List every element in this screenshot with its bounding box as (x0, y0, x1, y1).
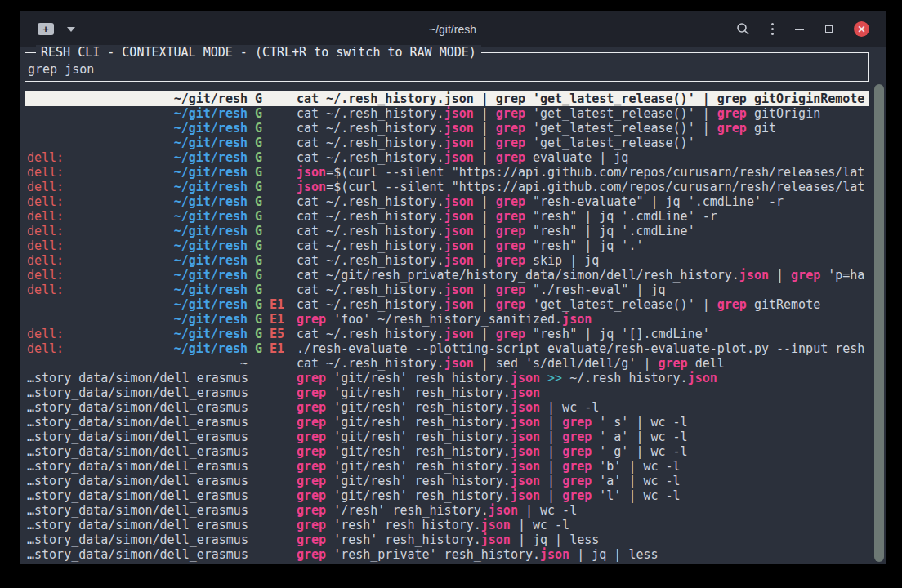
host-cell: dell: (27, 253, 64, 268)
flags-cell (248, 518, 297, 532)
path-cell: ~/git/resh (174, 283, 248, 297)
restore-button[interactable] (825, 25, 833, 33)
command-cell: grep 'git/resh' resh_history.json | grep… (297, 415, 869, 430)
command-cell: cat ~/git/resh_private/history_data/simo… (297, 268, 869, 283)
host-cell: dell: (27, 194, 64, 209)
history-row[interactable]: ~/git/resh G E1cat ~/.resh_history.json … (25, 297, 869, 312)
history-row[interactable]: …story_data/simon/dell_erasmusgrep 'git/… (25, 415, 869, 430)
command-cell: cat ~/.resh_history.json | grep "resh" |… (297, 224, 869, 238)
command-cell: grep 'git/resh' resh_history.json (297, 385, 869, 400)
history-row[interactable]: dell:~/git/resh G E1./resh-evaluate --pl… (25, 341, 869, 356)
flags-cell: G (248, 194, 297, 209)
flags-cell: G (248, 224, 297, 238)
mode-header: RESH CLI - CONTEXTUAL MODE - (CTRL+R to … (36, 45, 481, 60)
path-cell: ~/git/resh (174, 253, 248, 268)
search-icon[interactable] (736, 22, 750, 36)
screen: + ~/git/resh ✕ RESH CLI - CONTEXTUAL (0, 0, 902, 588)
new-tab-icon[interactable]: + (38, 23, 54, 35)
history-row[interactable]: ~/git/resh Gcat ~/.resh_history.json | g… (25, 121, 869, 136)
history-row[interactable]: …story_data/simon/dell_erasmusgrep 'git/… (25, 488, 869, 503)
path-cell: ~/git/resh (174, 224, 248, 238)
command-cell: grep 'git/resh' resh_history.json | grep… (297, 474, 869, 488)
flags-cell (248, 488, 297, 503)
command-cell: grep 'resh' resh_history.json | wc -l (297, 518, 869, 532)
path-cell: ~/git/resh (174, 136, 248, 150)
history-row[interactable]: dell:~/git/resh G E5cat ~/.resh_history.… (25, 327, 869, 341)
history-row[interactable]: dell:~/git/resh Gcat ~/.resh_history.jso… (25, 224, 869, 238)
command-cell: cat ~/.resh_history.json | grep 'get_lat… (297, 121, 869, 136)
flags-cell (248, 356, 297, 371)
history-row[interactable]: …story_data/simon/dell_erasmusgrep 'git/… (25, 459, 869, 474)
history-row[interactable]: ~cat ~/.resh_history.json | sed 's/dell/… (25, 356, 869, 371)
history-row[interactable]: …story_data/simon/dell_erasmusgrep 'git/… (25, 474, 869, 488)
flags-cell: G E1 (248, 312, 297, 327)
flags-cell: G (248, 283, 297, 297)
path-cell: ~/git/resh (174, 180, 248, 194)
flags-cell: G (248, 180, 297, 194)
flags-cell: G (248, 136, 297, 150)
history-row[interactable]: …story_data/simon/dell_erasmusgrep 'git/… (25, 371, 869, 385)
path-cell: ~/git/resh (174, 194, 248, 209)
menu-icon[interactable] (771, 23, 774, 35)
flags-cell (248, 474, 297, 488)
history-row[interactable]: dell:~/git/resh Gcat ~/.resh_history.jso… (25, 150, 869, 165)
history-row[interactable]: dell:~/git/resh Gcat ~/.resh_history.jso… (25, 194, 869, 209)
path-cell: ~/git/resh (174, 165, 248, 180)
history-row[interactable]: …story_data/simon/dell_erasmusgrep 'resh… (25, 532, 869, 547)
flags-cell: G E5 (248, 327, 297, 341)
path-cell: …story_data/simon/dell_erasmus (27, 430, 248, 444)
flags-cell (248, 415, 297, 430)
history-row[interactable]: dell:~/git/resh Gcat ~/.resh_history.jso… (25, 253, 869, 268)
history-row[interactable]: dell:~/git/resh Gcat ~/git/resh_private/… (25, 268, 869, 283)
history-row[interactable]: dell:~/git/resh Gjson=$(curl --silent "h… (25, 180, 869, 194)
history-row[interactable]: ~/git/resh Gcat ~/.resh_history.json | g… (25, 106, 869, 121)
host-cell: dell: (27, 238, 64, 253)
history-row[interactable]: …story_data/simon/dell_erasmusgrep 'git/… (25, 430, 869, 444)
path-cell: …story_data/simon/dell_erasmus (27, 459, 248, 474)
query-input[interactable]: grep json (28, 62, 94, 77)
history-row[interactable]: …story_data/simon/dell_erasmusgrep 'git/… (25, 385, 869, 400)
path-cell: …story_data/simon/dell_erasmus (27, 400, 248, 415)
path-cell: ~/git/resh (174, 121, 248, 136)
host-cell: dell: (27, 165, 64, 180)
history-row[interactable]: dell:~/git/resh Gjson=$(curl --silent "h… (25, 165, 869, 180)
window-title: ~/git/resh (429, 23, 476, 36)
history-row[interactable]: dell:~/git/resh Gcat ~/.resh_history.jso… (25, 209, 869, 224)
history-row[interactable]: ~/git/resh Gcat ~/.resh_history.json | g… (25, 136, 869, 150)
path-cell: ~/git/resh (174, 209, 248, 224)
history-row[interactable]: …story_data/simon/dell_erasmusgrep 'resh… (25, 518, 869, 532)
path-cell: …story_data/simon/dell_erasmus (27, 532, 248, 547)
flags-cell (248, 547, 297, 562)
path-cell: …story_data/simon/dell_erasmus (27, 474, 248, 488)
chevron-down-icon[interactable] (67, 27, 75, 32)
path-cell: …story_data/simon/dell_erasmus (27, 371, 248, 385)
history-row[interactable]: …story_data/simon/dell_erasmusgrep 'git/… (25, 444, 869, 459)
history-row[interactable]: …story_data/simon/dell_erasmusgrep 'resh… (25, 547, 869, 562)
path-cell: ~/git/resh (174, 268, 248, 283)
host-cell: dell: (27, 224, 64, 238)
command-cell: cat ~/.resh_history.json | grep "resh" |… (297, 238, 869, 253)
command-cell: cat ~/.resh_history.json | grep 'get_lat… (297, 91, 869, 106)
terminal-window: + ~/git/resh ✕ RESH CLI - CONTEXTUAL (20, 11, 886, 564)
flags-cell: G (248, 121, 297, 136)
history-row[interactable]: dell:~/git/resh Gcat ~/.resh_history.jso… (25, 238, 869, 253)
path-cell: ~/git/resh (174, 150, 248, 165)
close-button[interactable]: ✕ (854, 21, 869, 37)
minimize-button[interactable] (795, 29, 804, 30)
host-cell: dell: (27, 283, 64, 297)
query-box: RESH CLI - CONTEXTUAL MODE - (CTRL+R to … (25, 52, 869, 82)
history-row[interactable]: ~/git/resh Gcat ~/.resh_history.json | g… (25, 91, 869, 106)
command-cell: cat ~/.resh_history.json | grep "resh" |… (297, 209, 869, 224)
flags-cell: G (248, 106, 297, 121)
path-cell: ~/git/resh (174, 297, 248, 312)
scrollbar-thumb[interactable] (874, 84, 884, 562)
history-row[interactable]: ~/git/resh G E1grep 'foo' ~/resh_history… (25, 312, 869, 327)
history-row[interactable]: dell:~/git/resh Gcat ~/.resh_history.jso… (25, 283, 869, 297)
path-cell: ~ (240, 356, 248, 371)
command-cell: grep 'git/resh' resh_history.json | grep… (297, 459, 869, 474)
command-cell: cat ~/.resh_history.json | grep "./resh-… (297, 283, 869, 297)
path-cell: ~/git/resh (174, 91, 248, 106)
history-row[interactable]: …story_data/simon/dell_erasmusgrep 'git/… (25, 400, 869, 415)
host-cell: dell: (27, 180, 64, 194)
history-row[interactable]: …story_data/simon/dell_erasmusgrep '/res… (25, 503, 869, 518)
